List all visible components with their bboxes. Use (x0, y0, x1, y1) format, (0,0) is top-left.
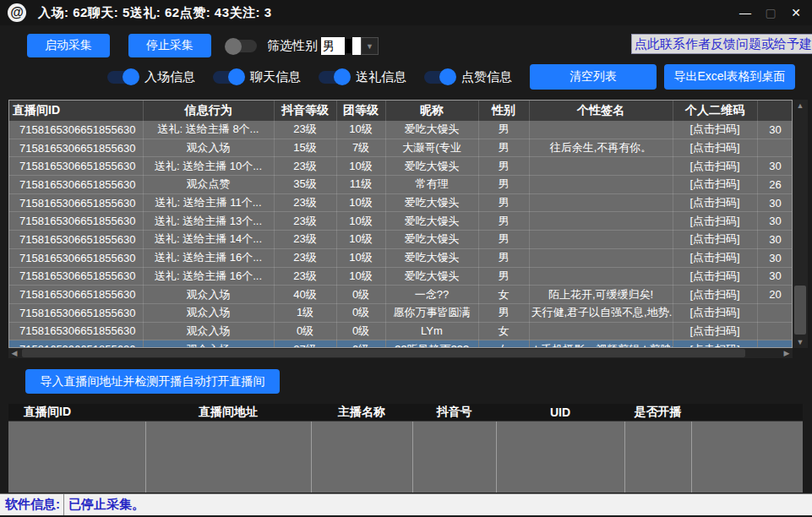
header-room-url[interactable]: 直播间地址 (145, 404, 311, 422)
cell-room-id: 7158165306651855630 (9, 193, 143, 212)
header-qrcode[interactable]: 个人二维码 (673, 101, 757, 121)
table-row[interactable]: 7158165306651855630送礼: 送给主播 14个...23级10级… (9, 231, 793, 249)
horizontal-scrollbar[interactable]: ◀ ▶ (8, 348, 793, 358)
cell-fanclub-level: 0级 (336, 303, 385, 322)
scroll-up-icon[interactable]: ▲ (793, 100, 808, 112)
qr-scan-link[interactable]: [点击扫码] (673, 231, 757, 249)
table-row[interactable]: 7158165306651855630送礼: 送给主播 10个...23级10级… (9, 157, 793, 176)
minimize-button[interactable]: — (733, 2, 758, 24)
table-row[interactable]: 7158165306651855630观众入场0级0级LYm女[点击扫码] (9, 322, 793, 340)
cell-fanclub-level: 0级 (336, 340, 385, 348)
gender-select[interactable]: 男 ▼ (321, 37, 379, 55)
qr-scan-link[interactable]: [点击扫码] (673, 139, 757, 157)
header-streamer-name[interactable]: 主播名称 (311, 404, 412, 422)
scroll-down-icon[interactable]: ▼ (793, 336, 808, 348)
gift-info-toggle[interactable] (319, 71, 349, 84)
cell-douyin-level: 23级 (274, 193, 336, 212)
header-room-id[interactable]: 直播间ID (9, 101, 143, 121)
maximize-button[interactable]: ▢ (758, 2, 783, 24)
qr-scan-link[interactable]: [点击扫码] (673, 157, 757, 176)
qr-scan-link[interactable]: [点击扫码] (673, 248, 757, 267)
cell-gender: 男 (478, 212, 529, 231)
cell-room-id: 7158165306651855630 (9, 340, 143, 348)
scroll-left-icon[interactable]: ◀ (8, 348, 20, 358)
cell-douyin-level: 27级 (274, 340, 336, 348)
qr-scan-link[interactable]: [点击扫码] (673, 322, 757, 340)
toggle-like-info[interactable]: 点赞信息 (424, 69, 512, 85)
entry-info-toggle[interactable] (107, 71, 138, 84)
cell-signature: ★手机摄影、视频剪辑★剪映的... (529, 340, 673, 348)
cell-signature: 陌上花开,可缓缓归矣! (529, 286, 673, 304)
toggle-chat-info[interactable]: 聊天信息 (213, 69, 301, 85)
chat-info-toggle[interactable] (213, 71, 243, 84)
header-signature[interactable]: 个性签名 (529, 101, 673, 121)
stop-capture-button[interactable]: 停止采集 (128, 34, 211, 57)
header-fanclub-level[interactable]: 团等级 (336, 101, 385, 121)
qr-scan-link[interactable]: [点击扫码] (673, 340, 757, 348)
text-cursor (345, 39, 352, 53)
header-uid[interactable]: UID (496, 404, 624, 422)
like-info-toggle[interactable] (424, 71, 455, 84)
cell-extra (757, 340, 793, 348)
start-capture-button[interactable]: 启动采集 (27, 34, 110, 57)
cell-fanclub-level: 10级 (336, 193, 385, 212)
qr-scan-link[interactable]: [点击扫码] (673, 121, 757, 139)
qr-scan-link[interactable]: [点击扫码] (673, 176, 757, 194)
table-row[interactable]: 7158165306651855630送礼: 送给主播 13个...23级10级… (9, 212, 793, 231)
cell-douyin-level: 23级 (274, 248, 336, 267)
table-row[interactable]: 7158165306651855630送礼: 送给主播 16个...23级10级… (9, 248, 793, 267)
header-nickname[interactable]: 昵称 (385, 101, 478, 121)
cell-nickname: 爱吃大馒头 (385, 193, 478, 212)
toggle-knob (225, 38, 242, 55)
table-row[interactable]: 7158165306651855630观众点赞35级11级常有理男[点击扫码]2… (9, 176, 793, 194)
qr-scan-link[interactable]: [点击扫码] (673, 267, 757, 286)
cell-fanclub-level: 11级 (336, 176, 385, 194)
header-douyin-id[interactable]: 抖音号 (412, 404, 496, 422)
empty-body-row (8, 422, 803, 493)
header-is-live[interactable]: 是否开播 (624, 404, 691, 422)
clear-list-button[interactable]: 清空列表 (530, 64, 657, 90)
table-row[interactable]: 7158165306651855630观众入场15级7级大灏哥(专业男往后余生,… (9, 139, 793, 157)
qr-scan-link[interactable]: [点击扫码] (673, 212, 757, 231)
toggle-entry-info[interactable]: 入场信息 (107, 69, 195, 85)
table-row[interactable]: 7158165306651855630观众入场27级0级??听凤静雨???女★手… (9, 340, 793, 348)
chevron-down-icon[interactable]: ▼ (361, 37, 379, 55)
header-action[interactable]: 信息行为 (143, 101, 274, 121)
header-gender[interactable]: 性别 (478, 101, 529, 121)
export-excel-button[interactable]: 导出Excel表格到桌面 (664, 64, 795, 90)
cell-fanclub-level: 10级 (336, 157, 385, 176)
cell-room-id: 7158165306651855630 (9, 322, 143, 340)
close-button[interactable]: ✕ (783, 2, 809, 24)
cell-extra: 30 (757, 193, 793, 212)
scrollbar-thumb[interactable] (794, 286, 806, 335)
cell-gender: 男 (478, 176, 529, 194)
qr-scan-link[interactable]: [点击扫码] (673, 303, 757, 322)
qr-scan-link[interactable]: [点击扫码] (673, 193, 757, 212)
cell-gender: 女 (478, 340, 529, 348)
qr-scan-link[interactable]: [点击扫码] (673, 286, 757, 304)
scrollbar-thumb[interactable] (22, 349, 745, 357)
cell-douyin-level: 0级 (274, 322, 336, 340)
header-room-id[interactable]: 直播间ID (8, 404, 145, 422)
header-douyin-level[interactable]: 抖音等级 (274, 101, 336, 121)
toggle-gift-info[interactable]: 送礼信息 (319, 69, 406, 85)
cell-douyin-level: 1级 (274, 303, 336, 322)
cell-action: 观众点赞 (143, 176, 274, 194)
table-row[interactable]: 7158165306651855630观众入场40级0级一念??女陌上花开,可缓… (9, 286, 793, 304)
cell-room-id: 7158165306651855630 (9, 212, 143, 231)
cell-nickname: 常有理 (385, 176, 478, 194)
table-row[interactable]: 7158165306651855630观众入场1级0级愿你万事皆圆满男天行健,君… (9, 303, 793, 322)
header-extra[interactable] (757, 101, 793, 121)
table-row[interactable]: 7158165306651855630送礼: 送给主播 16个...23级10级… (9, 267, 793, 286)
table-row[interactable]: 7158165306651855630送礼: 送给主播 8个...23级10级爱… (9, 121, 793, 139)
table-row[interactable]: 7158165306651855630送礼: 送给主播 11个...23级10级… (9, 193, 793, 212)
cell-signature (529, 248, 673, 267)
scroll-right-icon[interactable]: ▶ (781, 348, 793, 358)
import-room-url-button[interactable]: 导入直播间地址并检测开播自动打开直播间 (25, 369, 280, 394)
vertical-scrollbar[interactable]: ▲ ▼ (793, 100, 808, 348)
cell-signature (529, 231, 673, 249)
gender-filter-toggle[interactable] (226, 40, 257, 52)
cell-room-id: 7158165306651855630 (9, 231, 143, 249)
cell-signature (529, 212, 673, 231)
contact-author-link[interactable]: 点此联系作者反馈问题或给予建议 (631, 34, 812, 54)
